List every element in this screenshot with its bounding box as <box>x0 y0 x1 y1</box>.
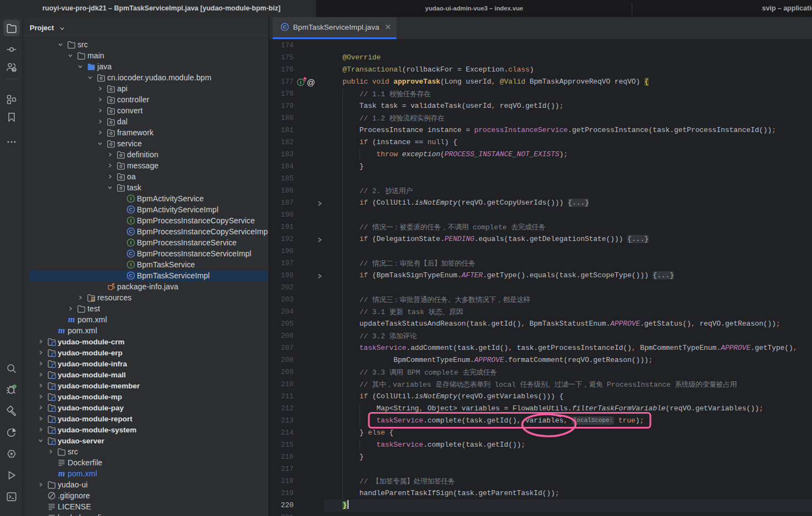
svg-text:I: I <box>300 80 301 85</box>
svg-text:C: C <box>129 250 133 256</box>
svg-text:?: ? <box>13 67 15 73</box>
svg-text:I: I <box>130 217 132 223</box>
svg-text:I: I <box>130 195 132 201</box>
svg-text:I: I <box>130 261 132 267</box>
svg-text:C: C <box>129 206 133 212</box>
svg-text:C: C <box>129 228 133 234</box>
svg-text:C: C <box>283 24 287 30</box>
svg-text:I: I <box>130 239 132 245</box>
svg-text:m: m <box>58 326 65 335</box>
svg-text:m: m <box>68 315 75 324</box>
svg-text:C: C <box>129 272 133 278</box>
svg-text:m: m <box>58 469 65 478</box>
